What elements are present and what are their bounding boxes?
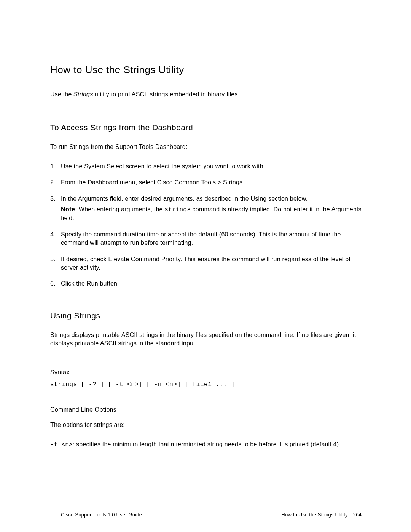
step-item: In the Arguments field, enter desired ar… <box>50 195 362 223</box>
note-label: Note <box>61 206 75 212</box>
intro-text-prefix: Use the <box>50 91 73 97</box>
syntax-block: Syntax strings [ -? ] [ -t <n>] [ -n <n>… <box>50 369 362 388</box>
using-paragraph: Strings displays printable ASCII strings… <box>50 331 362 348</box>
footer-page-number: 264 <box>353 512 362 518</box>
document-page: How to Use the Strings Utility Use the S… <box>0 0 411 449</box>
footer-left: Cisco Support Tools 1.0 User Guide <box>61 512 142 518</box>
access-heading: To Access Strings from the Dashboard <box>50 123 362 132</box>
page-footer: Cisco Support Tools 1.0 User Guide How t… <box>61 512 362 518</box>
intro-italic: Strings <box>73 91 93 97</box>
intro-paragraph: Use the Strings utility to print ASCII s… <box>50 90 362 99</box>
syntax-heading: Syntax <box>50 369 362 376</box>
note-code: strings <box>164 206 191 213</box>
step-note: Note: When entering arguments, the strin… <box>61 205 362 223</box>
footer-section-title: How to Use the Strings Utility <box>281 512 347 518</box>
footer-right: How to Use the Strings Utility 264 <box>281 512 362 518</box>
note-before: : When entering arguments, the <box>75 206 165 212</box>
cli-heading: Command Line Options <box>50 406 362 413</box>
steps-list: Use the System Select screen to select t… <box>50 162 362 288</box>
cli-option: -t <n>: specifies the minimum length tha… <box>50 440 362 449</box>
step-item: Specify the command duration time or acc… <box>50 230 362 248</box>
access-intro: To run Strings from the Support Tools Da… <box>50 143 362 151</box>
step-item: From the Dashboard menu, select Cisco Co… <box>50 178 362 187</box>
step-item: Click the Run button. <box>50 280 362 288</box>
step-item: Use the System Select screen to select t… <box>50 162 362 171</box>
page-title: How to Use the Strings Utility <box>50 64 362 76</box>
step-item: If desired, check Elevate Command Priori… <box>50 255 362 272</box>
cli-option-text: : specifies the minimum length that a te… <box>73 441 341 447</box>
syntax-code: strings [ -? ] [ -t <n>] [ -n <n>] [ fil… <box>50 381 362 388</box>
using-heading: Using Strings <box>50 311 362 320</box>
intro-text-suffix: utility to print ASCII strings embedded … <box>93 91 239 97</box>
cli-intro: The options for strings are: <box>50 421 362 429</box>
step-text: In the Arguments field, enter desired ar… <box>61 195 307 202</box>
cli-option-code: -t <n> <box>50 441 73 448</box>
